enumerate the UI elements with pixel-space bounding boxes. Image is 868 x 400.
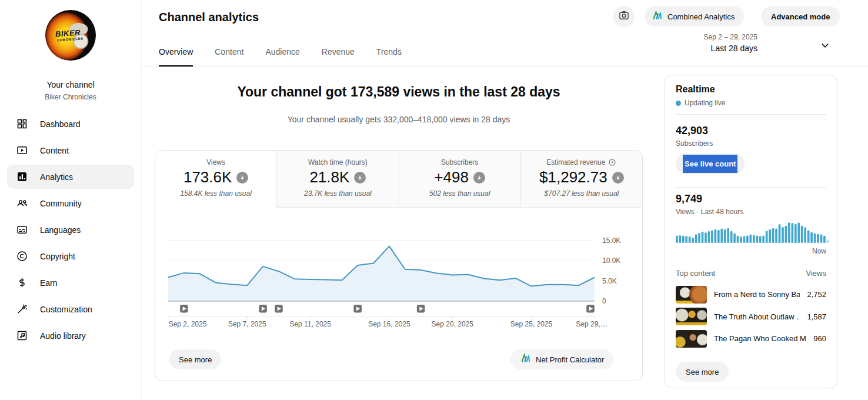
metric-label: Views [155, 158, 276, 166]
combined-analytics-button[interactable]: Combined Analytics [645, 6, 744, 26]
updating-live-label: Updating live [685, 99, 725, 107]
realtime-see-more-label: See more [686, 368, 719, 376]
sidebar-item-label: Community [40, 199, 82, 208]
metric-card-views[interactable]: Views173.6K158.4K less than usual [155, 151, 277, 208]
metric-value: 21.8K [277, 168, 398, 186]
svg-text:Sep 20, 2025: Sep 20, 2025 [432, 320, 474, 328]
metric-delta: 502 less than usual [399, 189, 520, 198]
screenshot-camera-button[interactable] [613, 6, 635, 27]
nexlev-logo-icon [652, 10, 663, 23]
community-icon [16, 197, 28, 209]
channel-avatar[interactable]: BIKER CHRONICLES [45, 10, 96, 61]
dashboard-icon [16, 118, 28, 130]
sidebar-item-community[interactable]: Community [0, 190, 141, 216]
see-more-button[interactable]: See more [169, 349, 221, 369]
realtime-title: Realtime [676, 84, 715, 95]
svg-text:10.0K: 10.0K [602, 256, 620, 265]
channel-name: Biker Chronicles [0, 93, 141, 101]
sidebar-item-label: Languages [40, 225, 81, 235]
date-range-picker[interactable]: Sep 2 – 29, 2025 Last 28 days [704, 33, 757, 53]
see-live-count-label: See live count [683, 155, 737, 173]
svg-text:Sep 7, 2025: Sep 7, 2025 [228, 320, 266, 328]
metric-value: 173.6K [155, 168, 276, 186]
sidebar-menu: DashboardContentAnalyticsCommunityLangua… [0, 111, 141, 349]
top-content-label: Top content [676, 269, 715, 278]
sidebar-item-customization[interactable]: Customization [0, 296, 141, 322]
divider [676, 114, 826, 115]
content-icon [16, 144, 28, 156]
svg-text:0: 0 [602, 297, 606, 305]
sidebar-item-audio-library[interactable]: Audio library [0, 322, 141, 349]
page-title: Channel analytics [159, 11, 259, 24]
top-content-list: From a Nerd to Sonny Ba…2,752The Truth A… [676, 284, 826, 350]
sidebar-item-label: Dashboard [40, 119, 81, 129]
sidebar-item-analytics[interactable]: Analytics [0, 164, 141, 190]
video-title: From a Nerd to Sonny Ba… [714, 290, 800, 299]
video-views: 1,587 [807, 312, 826, 321]
top-content-row[interactable]: The Pagan Who Cooked M…960 [676, 328, 826, 350]
trend-down-icon [236, 172, 248, 184]
video-thumbnail [676, 308, 707, 325]
net-profit-label: Net Profit Calculator [536, 355, 604, 364]
tab-content[interactable]: Content [215, 47, 243, 67]
see-live-count-button[interactable]: See live count [676, 154, 745, 174]
realtime-views-label: Views · Last 48 hours [676, 208, 743, 216]
metric-delta: $707.27 less than usual [521, 189, 642, 198]
see-more-label: See more [179, 355, 212, 364]
metric-card-subscribers[interactable]: Subscribers+498502 less than usual [399, 151, 521, 208]
customization-icon [16, 303, 28, 315]
top-content-row[interactable]: The Truth About Outlaw …1,587 [676, 306, 826, 328]
sidebar-item-dashboard[interactable]: Dashboard [0, 111, 141, 137]
tab-trends[interactable]: Trends [376, 47, 402, 67]
realtime-see-more-button[interactable]: See more [676, 362, 729, 382]
tab-overview[interactable]: Overview [159, 47, 193, 67]
svg-text:Sep 2, 2025: Sep 2, 2025 [169, 320, 207, 328]
sidebar-item-label: Earn [40, 278, 58, 288]
sidebar-item-earn[interactable]: Earn [0, 269, 141, 296]
metric-card-estimated-revenue[interactable]: Estimated revenue$1,292.73$707.27 less t… [521, 151, 642, 208]
overview-headline: Your channel got 173,589 views in the la… [155, 84, 643, 100]
trend-down-icon [473, 172, 485, 184]
copyright-icon [16, 250, 28, 262]
tab-audience[interactable]: Audience [265, 47, 299, 67]
svg-text:15.0K: 15.0K [602, 236, 620, 245]
realtime-subscribers-label: Subscribers [676, 139, 713, 148]
youtube-studio-analytics-screen: BIKER CHRONICLES Your channel Biker Chro… [0, 0, 868, 400]
video-thumbnail [676, 286, 707, 304]
sidebar-item-copyright[interactable]: Copyright [0, 243, 141, 269]
sidebar-item-label: Analytics [40, 172, 73, 182]
realtime-views-bar-chart[interactable] [676, 221, 830, 243]
metric-card-watch-time-hours-[interactable]: Watch time (hours)21.8K23.7K less than u… [277, 151, 399, 208]
date-preset-text: Last 28 days [704, 44, 757, 53]
metric-strip: Views173.6K158.4K less than usualWatch t… [155, 151, 642, 208]
metric-delta: 158.4K less than usual [155, 189, 276, 198]
advanced-mode-button[interactable]: Advanced mode [761, 6, 840, 26]
advanced-mode-label: Advanced mode [771, 12, 830, 21]
chevron-down-icon [819, 44, 832, 54]
metric-label: Subscribers [399, 158, 520, 166]
svg-text:Sep 29,…: Sep 29,… [576, 320, 607, 328]
metric-label: Estimated revenue [521, 158, 642, 166]
net-profit-calculator-button[interactable]: Net Profit Calculator [510, 349, 613, 369]
svg-text:Sep 25, 2025: Sep 25, 2025 [510, 320, 553, 328]
video-title: The Truth About Outlaw … [714, 312, 800, 321]
updating-live-status: Updating live [676, 99, 725, 107]
live-dot-icon [676, 101, 681, 106]
sidebar-item-languages[interactable]: Languages [0, 216, 141, 243]
date-picker-chevron[interactable] [819, 39, 833, 53]
your-channel-label: Your channel [0, 80, 141, 89]
overview-chart-card: Views173.6K158.4K less than usualWatch t… [155, 150, 643, 381]
clock-icon [608, 158, 616, 166]
sidebar-item-label: Customization [40, 305, 92, 314]
svg-text:Sep 16, 2025: Sep 16, 2025 [368, 320, 410, 328]
now-label: Now [812, 247, 826, 255]
tab-revenue[interactable]: Revenue [322, 47, 355, 67]
top-content-header: Top content Views [676, 269, 826, 278]
sidebar-item-content[interactable]: Content [0, 137, 141, 164]
top-content-row[interactable]: From a Nerd to Sonny Ba…2,752 [676, 284, 826, 306]
sidebar-item-label: Copyright [40, 252, 75, 261]
views-line-chart[interactable]: 05.0K10.0K15.0KSep 2, 2025Sep 7, 2025Sep… [155, 233, 643, 333]
views-column-label: Views [806, 269, 826, 278]
metric-value: +498 [399, 168, 520, 186]
svg-text:Sep 11, 2025: Sep 11, 2025 [289, 320, 331, 328]
